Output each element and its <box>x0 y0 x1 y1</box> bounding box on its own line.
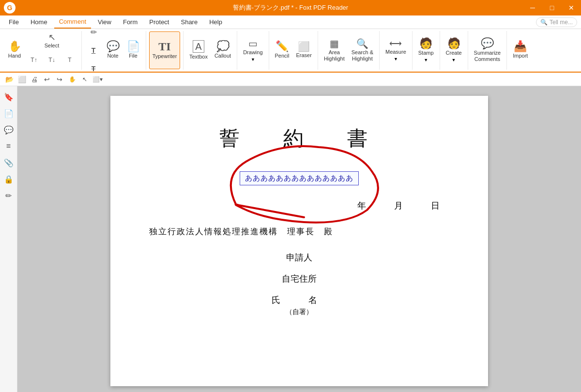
doc-applicant: 申請人 <box>149 252 449 263</box>
ribbon-group-import: 📥 Import <box>507 31 534 70</box>
search-icon: 🔍 <box>540 19 548 26</box>
left-sidebar: 🔖 📄 💬 ≡ 📎 🔒 ✏ <box>0 86 17 392</box>
ribbon-group-markup: ✏ T T 💬 Note 📄 File <box>82 31 146 70</box>
maximize-btn[interactable]: □ <box>542 0 562 15</box>
ribbon-group-summarize: 💬 SummarizeComments <box>468 31 507 70</box>
measure-dropdown-icon: ▼ <box>394 57 398 61</box>
callout-label: Callout <box>214 53 231 59</box>
quick-access-toolbar: 📂 ⬜ 🖨 ↩ ↪ ✋ ↖ ⬜▾ <box>0 73 581 86</box>
summarize-label: SummarizeComments <box>474 50 501 62</box>
stamp-button[interactable]: 🧑 Stamp ▼ <box>415 31 437 69</box>
create-button[interactable]: 🧑 Create ▼ <box>443 31 465 69</box>
file-attach-button[interactable]: 📄 File <box>123 31 143 69</box>
summarize-icon: 💬 <box>481 38 494 49</box>
menu-share[interactable]: Share <box>176 15 202 29</box>
doc-name: 氏 名 <box>149 294 449 306</box>
area-highlight-button[interactable]: ▦ AreaHighlight <box>321 31 348 69</box>
menu-help[interactable]: Help <box>204 15 227 29</box>
hand-button[interactable]: ✋ Hand <box>5 31 24 69</box>
qa-more-btn[interactable]: ⬜▾ <box>92 74 103 85</box>
qa-rect-btn[interactable]: ⬜ <box>16 74 27 85</box>
stamp-icon: 🧑 <box>419 38 432 49</box>
drawing-icon: ▭ <box>248 39 258 48</box>
sidebar-pages-btn[interactable]: 📄 <box>2 106 15 120</box>
text-select-down[interactable]: T↓ <box>43 51 61 69</box>
ribbon-group-create: 🧑 Create ▼ <box>440 31 468 70</box>
create-label: Create <box>446 50 462 56</box>
qa-redo-btn[interactable]: ↪ <box>54 74 65 85</box>
note-icon: 💬 <box>107 41 120 52</box>
ribbon-group-typewriter: TI Typewriter <box>146 31 183 70</box>
drawing-annotation <box>207 137 391 234</box>
measure-icon: ⟷ <box>389 39 402 48</box>
search-highlight-icon: 🔍 <box>356 39 368 48</box>
qa-print-btn[interactable]: 🖨 <box>29 74 40 85</box>
textbox-icon: A <box>193 40 204 53</box>
typewriter-button[interactable]: TI Typewriter <box>149 31 180 69</box>
measure-button[interactable]: ⟷ Measure ▼ <box>382 31 409 69</box>
drawing-label: Drawing <box>243 49 262 56</box>
qa-hand-btn[interactable]: ✋ <box>67 74 77 85</box>
minimize-btn[interactable]: ─ <box>523 0 542 15</box>
select-button[interactable]: ↖ Select <box>25 32 78 50</box>
file-label: File <box>129 53 138 59</box>
import-button[interactable]: 📥 Import <box>510 31 531 69</box>
menu-form[interactable]: Form <box>118 15 142 29</box>
menu-file[interactable]: File <box>4 15 24 29</box>
typewriter-text[interactable]: ああああああああああああああ <box>240 171 359 185</box>
summarize-button[interactable]: 💬 SummarizeComments <box>471 31 504 69</box>
pencil-button[interactable]: ✏️ Pencil <box>272 31 292 69</box>
document-area: 誓 約 書 ああああああああああああああ 年 月 日 独立行政法人情報処理推進機… <box>17 86 581 392</box>
sidebar-security-btn[interactable]: 🔒 <box>2 172 15 186</box>
callout-button[interactable]: 💭 Callout <box>212 31 234 69</box>
document-page: 誓 約 書 ああああああああああああああ 年 月 日 独立行政法人情報処理推進機… <box>110 96 488 386</box>
ribbon-group-pencil: ✏️ Pencil ⬜ Eraser <box>269 31 318 70</box>
textbox-button[interactable]: A Textbox <box>186 31 211 69</box>
menu-home[interactable]: Home <box>26 15 52 29</box>
underline-button[interactable]: T <box>85 42 102 59</box>
qa-cursor-btn[interactable]: ↖ <box>79 74 90 85</box>
text-select-up[interactable]: T↑ <box>25 51 43 69</box>
area-highlight-label: AreaHighlight <box>324 49 345 62</box>
sidebar-layers-btn[interactable]: ≡ <box>2 139 15 153</box>
text-select-plain[interactable]: T <box>61 51 78 69</box>
highlight-button[interactable]: ✏ <box>85 29 102 41</box>
drawing-button[interactable]: ▭ Drawing ▼ <box>240 31 265 69</box>
sidebar-sign-btn[interactable]: ✏ <box>2 189 15 202</box>
search-highlight-button[interactable]: 🔍 Search &Highlight <box>349 31 376 69</box>
textbox-label: Textbox <box>189 54 208 60</box>
qa-undo-btn[interactable]: ↩ <box>42 74 52 85</box>
sidebar-attach-btn[interactable]: 📎 <box>2 156 15 169</box>
stamp-label: Stamp <box>418 50 434 56</box>
menu-bar: File Home Comment View Form Protect Shar… <box>0 15 581 29</box>
search-box[interactable]: 🔍 Tell me... <box>536 17 577 27</box>
strikeout-button[interactable]: T <box>85 60 102 73</box>
menu-protect[interactable]: Protect <box>144 15 174 29</box>
main-area: 🔖 📄 💬 ≡ 📎 🔒 ✏ 誓 約 書 ああああああああああああああ 年 月 日 <box>0 86 581 392</box>
window-controls: ─ □ ✕ <box>523 0 581 15</box>
ribbon: ✋ Hand ↖ Select T↑ T↓ T ✏ <box>0 29 581 73</box>
import-label: Import <box>513 53 528 59</box>
note-label: Note <box>107 53 118 59</box>
eraser-button[interactable]: ⬜ Eraser <box>293 31 315 69</box>
menu-comment[interactable]: Comment <box>54 15 91 29</box>
foxt-logo: G <box>4 2 15 14</box>
ribbon-group-textbox: A Textbox 💭 Callout <box>183 31 237 70</box>
eraser-label: Eraser <box>296 52 312 59</box>
drawing-dropdown-icon: ▼ <box>251 57 255 62</box>
sidebar-comments-btn[interactable]: 💬 <box>2 123 15 136</box>
qa-open-btn[interactable]: 📂 <box>4 74 15 85</box>
file-icon: 📄 <box>127 41 140 52</box>
doc-address: 自宅住所 <box>149 273 449 285</box>
doc-date-line: 年 月 日 <box>149 200 449 211</box>
eraser-icon: ⬜ <box>298 42 310 51</box>
date-text: 年 月 日 <box>357 201 449 211</box>
note-button[interactable]: 💬 Note <box>103 31 122 69</box>
menu-view[interactable]: View <box>93 15 116 29</box>
window-title: 誓約書-ブランク.pdf * - Foxt PDF Reader <box>233 3 348 12</box>
typewriter-icon: TI <box>158 41 170 52</box>
sidebar-bookmark-btn[interactable]: 🔖 <box>2 90 15 104</box>
close-btn[interactable]: ✕ <box>562 0 581 15</box>
doc-name-furigana: （自署） <box>149 308 449 317</box>
ribbon-group-hand-select: ✋ Hand ↖ Select T↑ T↓ T <box>2 31 82 70</box>
